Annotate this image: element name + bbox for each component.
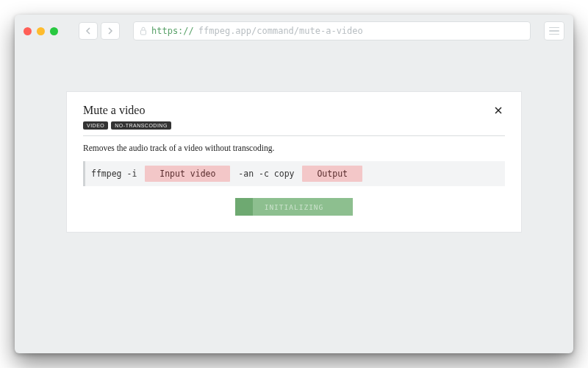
hamburger-menu-button[interactable] bbox=[544, 21, 564, 40]
svg-rect-0 bbox=[141, 30, 146, 35]
nav-buttons bbox=[79, 22, 120, 40]
divider bbox=[83, 135, 505, 136]
url-scheme: https:// bbox=[151, 26, 194, 36]
progress-fill bbox=[235, 198, 253, 216]
command-box: ffmpeg -i Input video -an -c copy Output bbox=[83, 161, 505, 186]
back-button[interactable] bbox=[79, 22, 98, 40]
action-row: INITIALIZING bbox=[83, 198, 505, 216]
page-content: Mute a video VIDEO NO-TRANSCODING Remove… bbox=[15, 47, 573, 353]
browser-toolbar: https://ffmpeg.app/command/mute-a-video bbox=[15, 15, 573, 47]
minimize-window-icon[interactable] bbox=[37, 27, 45, 35]
command-card: Mute a video VIDEO NO-TRANSCODING Remove… bbox=[66, 91, 522, 233]
output-slot[interactable]: Output bbox=[302, 166, 362, 182]
close-window-icon[interactable] bbox=[24, 27, 32, 35]
card-header: Mute a video VIDEO NO-TRANSCODING bbox=[83, 104, 505, 135]
card-title-block: Mute a video VIDEO NO-TRANSCODING bbox=[83, 104, 171, 135]
lock-icon bbox=[140, 26, 147, 35]
card-title: Mute a video bbox=[83, 104, 171, 117]
initializing-label: INITIALIZING bbox=[265, 203, 324, 211]
tag-no-transcoding: NO-TRANSCODING bbox=[111, 121, 171, 130]
close-card-button[interactable] bbox=[492, 104, 505, 119]
browser-window: https://ffmpeg.app/command/mute-a-video … bbox=[15, 15, 573, 353]
tag-list: VIDEO NO-TRANSCODING bbox=[83, 121, 171, 130]
url-bar[interactable]: https://ffmpeg.app/command/mute-a-video bbox=[133, 21, 531, 40]
forward-button[interactable] bbox=[101, 22, 120, 40]
card-description: Removes the audio track of a video witho… bbox=[83, 144, 505, 152]
input-video-slot[interactable]: Input video bbox=[145, 166, 230, 182]
maximize-window-icon[interactable] bbox=[50, 27, 58, 35]
command-middle: -an -c copy bbox=[233, 169, 299, 179]
tag-video: VIDEO bbox=[83, 121, 108, 130]
command-prefix: ffmpeg -i bbox=[91, 169, 142, 179]
window-controls bbox=[24, 27, 58, 35]
initializing-button[interactable]: INITIALIZING bbox=[235, 198, 353, 216]
url-path: ffmpeg.app/command/mute-a-video bbox=[198, 26, 363, 36]
